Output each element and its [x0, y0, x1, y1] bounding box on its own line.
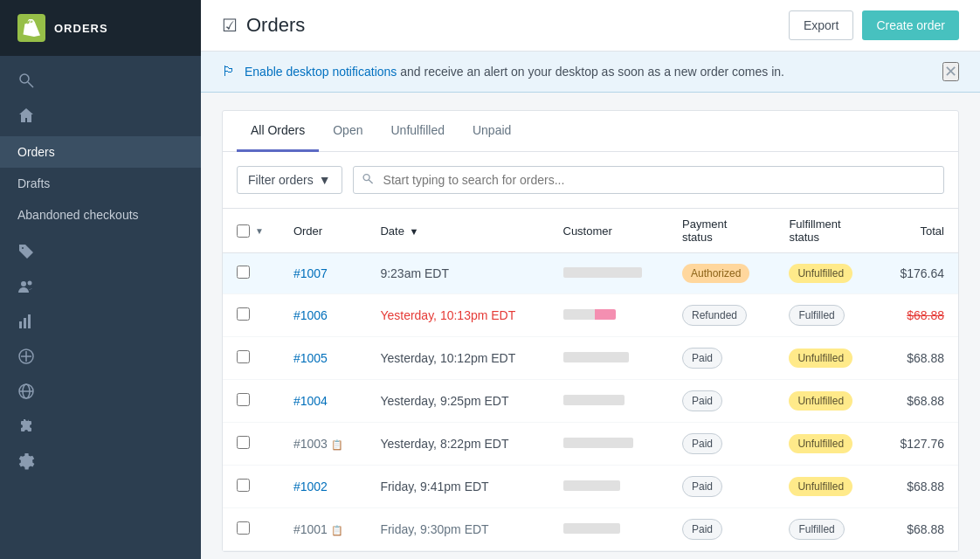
svg-point-0: [20, 74, 29, 83]
orders-card: All Orders Open Unfulfilled Unpaid Filte…: [222, 110, 959, 552]
order-number-link[interactable]: #1001: [293, 522, 328, 536]
sidebar-item-apps[interactable]: [0, 409, 201, 444]
create-order-button[interactable]: Create order: [862, 10, 959, 40]
content-area: All Orders Open Unfulfilled Unpaid Filte…: [201, 93, 980, 559]
sidebar-item-search[interactable]: [0, 63, 201, 98]
tab-unfulfilled[interactable]: Unfulfilled: [376, 111, 458, 152]
sidebar-item-drafts[interactable]: Drafts: [0, 168, 201, 199]
order-number-link[interactable]: #1002: [293, 480, 328, 493]
table-row: #1001📋Friday, 9:30pm EDTPaidFulfilled$68…: [223, 508, 958, 551]
row-checkbox[interactable]: [237, 521, 250, 535]
tab-bar: All Orders Open Unfulfilled Unpaid: [223, 111, 958, 152]
order-date: Yesterday, 10:13pm EDT: [366, 294, 549, 337]
table-row: #1006Yesterday, 10:13pm EDTRefundedFulfi…: [223, 294, 958, 337]
order-total: $68.88: [878, 508, 958, 551]
shopify-logo: [17, 14, 45, 42]
orders-toolbar: Filter orders ▼: [223, 152, 958, 209]
svg-point-2: [21, 281, 26, 286]
customer-name-placeholder: [563, 352, 629, 362]
row-checkbox[interactable]: [237, 479, 250, 492]
search-input[interactable]: [353, 166, 944, 194]
tab-all-orders[interactable]: All Orders: [237, 111, 319, 152]
order-date: Friday, 9:30pm EDT: [366, 508, 549, 551]
order-customer: [549, 294, 669, 337]
puzzle-icon: [17, 418, 35, 435]
fulfillment-status-badge: Fulfilled: [789, 519, 844, 540]
sidebar: ORDERS Orders Drafts Abandoned checkouts: [0, 0, 201, 559]
payment-status-column-header: Paymentstatus: [668, 209, 775, 253]
sidebar-item-orders[interactable]: Orders: [0, 136, 201, 168]
order-number-link[interactable]: #1004: [293, 394, 328, 408]
customer-name-placeholder: [563, 480, 620, 491]
date-column-header[interactable]: Date ▼: [366, 209, 549, 253]
order-number-link[interactable]: #1006: [293, 308, 328, 322]
sidebar-item-home[interactable]: [0, 98, 201, 133]
payment-status-cell: Paid: [668, 337, 775, 380]
sidebar-item-marketing[interactable]: [0, 339, 201, 374]
table-row: #10079:23am EDTAuthorizedUnfulfilled$176…: [223, 253, 958, 294]
date-sort-icon: ▼: [409, 226, 418, 237]
select-dropdown-button[interactable]: ▼: [253, 226, 266, 236]
order-total: $68.88: [878, 294, 958, 337]
page-title: Orders: [246, 14, 305, 37]
fulfillment-status-badge: Unfulfilled: [789, 391, 852, 411]
order-date: Yesterday, 10:12pm EDT: [366, 337, 549, 380]
order-date: 9:23am EDT: [366, 253, 549, 294]
order-number-link[interactable]: #1007: [293, 266, 328, 280]
payment-status-cell: Paid: [668, 466, 775, 508]
marketing-icon: [17, 348, 35, 365]
desktop-notification-link[interactable]: Enable desktop notifications: [245, 65, 397, 79]
table-header-row: ▼ Order Date ▼ Customer Paymentstatus Fu…: [223, 209, 958, 253]
tab-open[interactable]: Open: [319, 111, 376, 152]
flag-icon: 🏳: [222, 64, 236, 79]
fulfillment-status-badge: Unfulfilled: [789, 477, 852, 496]
main-content: ☑ Orders Export Create order 🏳 Enable de…: [201, 0, 980, 559]
row-checkbox[interactable]: [237, 350, 250, 363]
fulfillment-status-column-header: Fulfillmentstatus: [775, 209, 877, 253]
sidebar-item-channels[interactable]: [0, 374, 201, 409]
row-checkbox[interactable]: [237, 266, 250, 279]
table-row: #1003📋Yesterday, 8:22pm EDTPaidUnfulfill…: [223, 423, 958, 466]
order-number-link[interactable]: #1005: [293, 351, 328, 365]
tab-unpaid[interactable]: Unpaid: [459, 111, 525, 152]
row-checkbox[interactable]: [237, 393, 250, 406]
sidebar-item-analytics[interactable]: [0, 304, 201, 339]
order-customer: [549, 337, 669, 380]
svg-point-3: [28, 281, 32, 286]
sidebar-item-settings[interactable]: [0, 444, 201, 479]
sidebar-section-title: ORDERS: [54, 22, 108, 35]
order-customer: [549, 253, 669, 294]
payment-status-badge: Paid: [682, 476, 722, 497]
row-checkbox[interactable]: [237, 436, 250, 449]
filter-orders-button[interactable]: Filter orders ▼: [237, 166, 342, 194]
row-checkbox[interactable]: [237, 307, 250, 321]
select-all-checkbox[interactable]: [237, 224, 250, 238]
payment-status-badge: Paid: [682, 348, 722, 369]
gear-icon: [17, 452, 35, 470]
payment-status-badge: Paid: [682, 390, 722, 411]
svg-line-1: [28, 82, 33, 87]
sidebar-item-abandoned-checkouts[interactable]: Abandoned checkouts: [0, 199, 201, 231]
notification-banner: 🏳 Enable desktop notifications and recei…: [201, 52, 980, 93]
export-button[interactable]: Export: [789, 10, 853, 40]
notification-body: and receive an alert on your desktop as …: [397, 65, 784, 79]
payment-status-badge: Refunded: [682, 305, 747, 326]
notification-close-button[interactable]: ✕: [942, 62, 959, 81]
order-customer: [549, 423, 669, 466]
payment-status-cell: Authorized: [668, 253, 775, 294]
header-left: ☑ Orders: [222, 14, 305, 37]
sidebar-item-customers[interactable]: [0, 269, 201, 304]
sidebar-item-products[interactable]: [0, 234, 201, 269]
svg-rect-6: [28, 314, 31, 328]
total-column-header: Total: [878, 209, 958, 253]
order-date: Yesterday, 8:22pm EDT: [366, 423, 549, 466]
svg-line-12: [369, 180, 372, 183]
order-number-link[interactable]: #1003: [293, 437, 328, 451]
payment-status-badge: Paid: [682, 519, 722, 540]
fulfillment-status-badge: Unfulfilled: [789, 349, 852, 368]
orders-table-body: #10079:23am EDTAuthorizedUnfulfilled$176…: [223, 253, 958, 551]
order-customer: [549, 380, 669, 423]
order-note-icon: 📋: [331, 439, 343, 450]
customer-name-placeholder: [563, 309, 616, 320]
fulfillment-status-badge: Fulfilled: [789, 305, 844, 326]
